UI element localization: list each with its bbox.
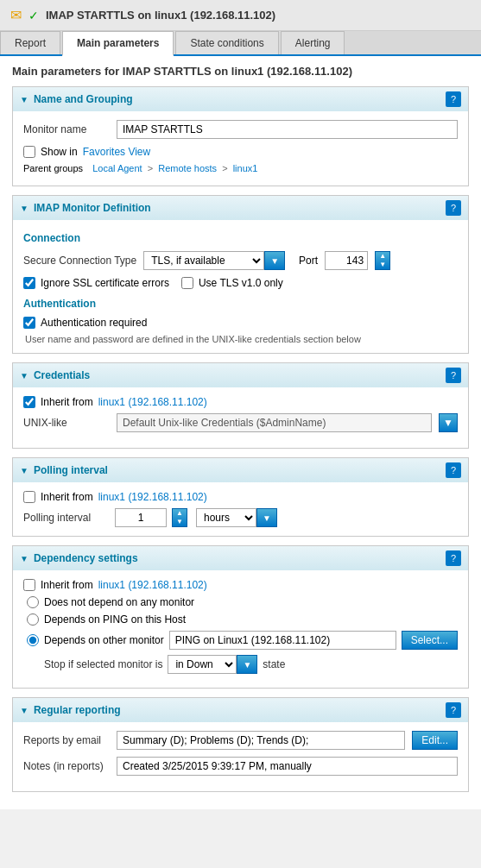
unix-dropdown-btn[interactable]: ▼ — [439, 413, 458, 432]
polling-interval-label: Polling interval — [23, 512, 110, 524]
polling-spinner-down-icon[interactable]: ▼ — [173, 518, 187, 526]
select-monitor-btn[interactable]: Select... — [402, 631, 458, 650]
polling-inherit-row: Inherit from linux1 (192.168.11.102) — [23, 491, 458, 503]
collapse-arrow-dependency: ▼ — [20, 554, 28, 563]
section-name-grouping-header[interactable]: ▼ Name and Grouping ? — [13, 87, 468, 111]
polling-interval-input[interactable] — [115, 508, 167, 527]
section-dependency-body: Inherit from linux1 (192.168.11.102) Doe… — [13, 570, 468, 688]
collapse-arrow-reporting: ▼ — [20, 706, 28, 715]
breadcrumb-sep2: > — [222, 163, 227, 173]
main-container: ✉ ✓ IMAP STARTTLS on linux1 (192.168.11.… — [0, 0, 481, 809]
help-btn-dependency[interactable]: ? — [446, 550, 461, 566]
monitor-name-input[interactable] — [117, 120, 458, 139]
edit-reports-btn[interactable]: Edit... — [412, 731, 458, 750]
monitor-name-label: Monitor name — [23, 123, 110, 135]
polling-inherit-checkbox[interactable] — [23, 491, 35, 503]
port-spinner[interactable]: ▲ ▼ — [375, 251, 390, 270]
hours-dropdown-arrow-icon: ▼ — [263, 513, 271, 523]
radio-other-monitor-row: Depends on other monitor Select... — [27, 631, 458, 650]
section-dependency-header[interactable]: ▼ Dependency settings ? — [13, 546, 468, 570]
section-name-grouping: ▼ Name and Grouping ? Monitor name Show … — [12, 86, 469, 186]
help-btn-polling[interactable]: ? — [446, 462, 461, 478]
dependency-inherit-link[interactable]: linux1 (192.168.11.102) — [98, 579, 207, 591]
connection-title: Connection — [23, 232, 458, 244]
state-dropdown-arrow-icon: ▼ — [243, 660, 251, 670]
credentials-inherit-label: Inherit from — [41, 396, 93, 408]
favorites-view-link[interactable]: Favorites View — [83, 146, 150, 158]
polling-spinner[interactable]: ▲ ▼ — [172, 508, 187, 527]
ignore-ssl-checkbox[interactable] — [23, 277, 35, 289]
use-tls-label: Use TLS v1.0 only — [199, 277, 283, 289]
show-in-checkbox[interactable] — [23, 146, 35, 158]
dependency-inherit-checkbox[interactable] — [23, 579, 35, 591]
polling-spinner-up-icon[interactable]: ▲ — [173, 509, 187, 518]
help-btn-imap[interactable]: ? — [446, 200, 461, 216]
unix-dropdown-arrow-icon: ▼ — [443, 417, 453, 429]
credentials-inherit-link[interactable]: linux1 (192.168.11.102) — [98, 396, 207, 408]
content-area: Main parameters for IMAP STARTTLS on lin… — [0, 56, 481, 809]
use-tls-checkbox[interactable] — [181, 277, 193, 289]
radio-no-depend[interactable] — [27, 596, 39, 608]
auth-required-checkbox[interactable] — [23, 317, 35, 329]
notes-input[interactable] — [117, 757, 458, 776]
ignore-ssl-label: Ignore SSL certificate errors — [41, 277, 169, 289]
section-imap-header[interactable]: ▼ IMAP Monitor Definition ? — [13, 196, 468, 220]
state-select[interactable]: in Down — [168, 655, 237, 674]
state-dropdown-btn[interactable]: ▼ — [237, 655, 257, 674]
notes-row: Notes (in reports) — [23, 757, 458, 776]
section-imap-title: IMAP Monitor Definition — [34, 202, 151, 214]
depends-monitor-input[interactable] — [169, 631, 396, 650]
collapse-arrow-name: ▼ — [20, 95, 28, 104]
radio-other-monitor[interactable] — [27, 634, 39, 646]
window-title: IMAP STARTTLS on linux1 (192.168.11.102) — [46, 9, 275, 22]
spinner-up-icon[interactable]: ▲ — [376, 252, 389, 261]
radio-no-depend-label: Does not depend on any monitor — [44, 596, 194, 608]
breadcrumb-remote-hosts[interactable]: Remote hosts — [158, 163, 217, 173]
tab-main-parameters[interactable]: Main parameters — [62, 31, 174, 56]
breadcrumb-local-agent[interactable]: Local Agent — [92, 163, 142, 173]
secure-conn-label: Secure Connection Type — [23, 255, 136, 267]
unix-dropdown-value: Default Unix-like Credentials ($AdminNam… — [123, 417, 326, 429]
tab-state-conditions[interactable]: State conditions — [175, 31, 278, 54]
section-imap-body: Connection Secure Connection Type TLS, i… — [13, 220, 468, 353]
notes-label: Notes (in reports) — [23, 760, 110, 772]
reports-email-input[interactable] — [117, 731, 405, 750]
tab-report[interactable]: Report — [0, 31, 60, 54]
section-polling-title: Polling interval — [34, 464, 108, 476]
section-credentials-title: Credentials — [34, 369, 90, 381]
tab-alerting[interactable]: Alerting — [281, 31, 345, 54]
secure-conn-select[interactable]: TLS, if available — [143, 251, 264, 270]
check-icon: ✓ — [28, 9, 39, 22]
polling-inherit-link[interactable]: linux1 (192.168.11.102) — [98, 491, 207, 503]
hours-dropdown-btn[interactable]: ▼ — [256, 508, 277, 527]
section-dependency-title: Dependency settings — [34, 552, 138, 564]
dependency-inherit-label: Inherit from — [41, 579, 93, 591]
auth-required-row: Authentication required — [23, 317, 458, 329]
credentials-inherit-checkbox[interactable] — [23, 396, 35, 408]
spinner-down-icon[interactable]: ▼ — [376, 261, 389, 269]
port-label: Port — [299, 255, 318, 267]
radio-ping[interactable] — [27, 613, 39, 626]
help-btn-reporting[interactable]: ? — [446, 702, 461, 718]
help-btn-credentials[interactable]: ? — [446, 368, 461, 383]
section-reporting-header[interactable]: ▼ Regular reporting ? — [13, 698, 468, 722]
breadcrumb-linux1[interactable]: linux1 — [233, 163, 258, 173]
port-input[interactable] — [325, 251, 368, 270]
help-btn-name-grouping[interactable]: ? — [446, 91, 461, 107]
dropdown-arrow-icon: ▼ — [270, 256, 279, 266]
secure-conn-dropdown-btn[interactable]: ▼ — [264, 251, 285, 270]
email-icon: ✉ — [10, 7, 22, 23]
section-credentials-header[interactable]: ▼ Credentials ? — [13, 363, 468, 387]
credentials-inherit-row: Inherit from linux1 (192.168.11.102) — [23, 396, 458, 408]
hours-select[interactable]: hours — [196, 508, 256, 527]
unix-dropdown[interactable]: Default Unix-like Credentials ($AdminNam… — [117, 413, 432, 432]
dependency-inherit-row: Inherit from linux1 (192.168.11.102) — [23, 579, 458, 591]
breadcrumb-sep1: > — [148, 163, 153, 173]
section-name-grouping-body: Monitor name Show in Favorites View Pare… — [13, 111, 468, 186]
auth-required-label: Authentication required — [41, 317, 147, 329]
reports-email-label: Reports by email — [23, 734, 110, 746]
tab-bar: Report Main parameters State conditions … — [0, 31, 481, 56]
unix-like-row: UNIX-like Default Unix-like Credentials … — [23, 413, 458, 432]
section-polling-header[interactable]: ▼ Polling interval ? — [13, 458, 468, 482]
stop-if-label: Stop if selected monitor is — [44, 658, 162, 670]
